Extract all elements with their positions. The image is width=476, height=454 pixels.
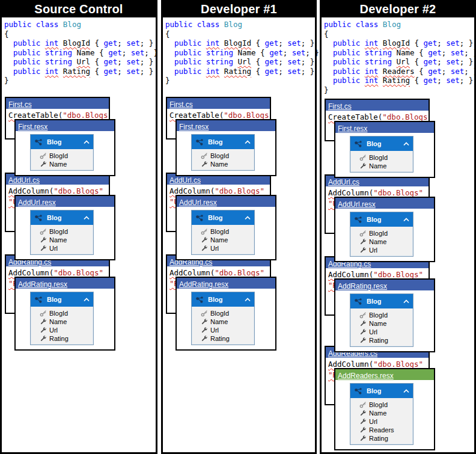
property-row: Name	[31, 160, 93, 168]
chevron-up-icon[interactable]	[245, 216, 251, 220]
entity-property-list: BlogId Name Url Rating	[31, 307, 93, 345]
resx-file-name: AddUrl.resx	[338, 200, 376, 209]
property-label: Rating	[369, 337, 388, 344]
resx-file-body: Blog BlogId Name	[16, 131, 114, 175]
property-label: Rating	[369, 435, 388, 442]
chevron-up-icon[interactable]	[403, 218, 409, 222]
wrench-icon	[201, 327, 208, 334]
resx-file-box: AddUrl.resx	[334, 197, 435, 262]
entity-title: Blog	[367, 298, 403, 305]
property-row: Name	[192, 317, 254, 326]
wrench-icon	[359, 320, 367, 327]
resx-file-box: AddUrl.resx	[175, 195, 276, 260]
wrench-icon	[359, 320, 367, 327]
wrench-icon	[359, 418, 367, 425]
column-source-control: Source Control public class Blog{ public…	[0, 0, 157, 454]
chevron-up-icon[interactable]	[403, 299, 409, 304]
chevron-up-icon[interactable]	[84, 140, 90, 144]
wrench-icon	[40, 335, 47, 342]
property-label: Readers	[369, 426, 394, 434]
resx-file-name: AddRating.resx	[179, 280, 228, 289]
resx-file-header: AddReaders.resx	[335, 369, 434, 380]
wrench-icon	[40, 245, 47, 252]
cs-file-name: AddUrl.cs	[169, 176, 201, 185]
entity-property-list: BlogId Name Url	[192, 225, 254, 254]
key-icon	[201, 228, 208, 235]
property-row: Name	[192, 160, 254, 168]
chevron-up-icon[interactable]	[84, 298, 90, 302]
resx-file-header: AddUrl.resx	[177, 196, 275, 207]
wrench-icon	[40, 236, 47, 244]
key-icon	[40, 228, 47, 235]
entity-property-list: BlogId Name Url Rating	[192, 307, 254, 345]
property-row: BlogId	[31, 227, 93, 236]
wrench-icon	[359, 426, 367, 434]
wrench-icon	[359, 435, 367, 442]
wrench-icon	[40, 161, 47, 168]
entity-title: Blog	[367, 140, 403, 147]
property-row: BlogId	[350, 229, 413, 238]
wrench-icon	[359, 247, 367, 254]
resx-file-header: First.resx	[335, 122, 434, 133]
key-icon	[201, 152, 208, 159]
property-row: BlogId	[192, 152, 254, 160]
resx-file-name: AddRating.resx	[18, 280, 67, 289]
property-row: Url	[31, 326, 93, 334]
resx-file-name: First.resx	[18, 123, 47, 131]
property-label: Url	[49, 245, 58, 252]
property-label: Name	[49, 318, 67, 325]
chevron-up-icon[interactable]	[403, 389, 409, 393]
resx-file-body: Blog BlogId Name	[16, 207, 114, 259]
entity-type-icon	[34, 138, 43, 146]
entity-diagram: Blog BlogId Name	[191, 134, 255, 171]
chevron-up-icon[interactable]	[403, 142, 409, 146]
property-label: Rating	[210, 335, 230, 342]
resx-file-body: Blog BlogId Name	[335, 290, 434, 351]
chevron-up-icon[interactable]	[245, 298, 251, 302]
resx-file-body: Blog BlogId Name	[177, 207, 275, 259]
property-label: Url	[49, 327, 58, 334]
property-row: Rating	[350, 336, 413, 345]
entity-type-icon	[195, 214, 204, 222]
entity-header: Blog	[31, 210, 93, 225]
wrench-icon	[359, 328, 367, 336]
property-row: Url	[31, 244, 93, 253]
property-row: Url	[192, 326, 254, 334]
wrench-icon	[359, 328, 367, 336]
entity-header: Blog	[192, 292, 254, 307]
property-label: BlogId	[49, 152, 68, 159]
resx-file-box: AddRating.resx	[334, 278, 435, 352]
cs-file-header: First.cs	[6, 98, 109, 109]
resx-file-body: Blog BlogId Name	[177, 131, 275, 175]
property-row: BlogId	[31, 152, 93, 160]
property-label: Name	[369, 410, 386, 417]
entity-header: Blog	[350, 137, 413, 151]
resx-file-header: First.resx	[16, 120, 114, 131]
property-row: BlogId	[31, 309, 93, 317]
key-icon	[359, 311, 367, 319]
entity-property-list: BlogId Name Url Rating	[350, 308, 413, 346]
wrench-icon	[40, 161, 47, 168]
property-row: Rating	[350, 434, 413, 443]
wrench-icon	[40, 318, 47, 325]
resx-file-header: First.resx	[177, 120, 275, 131]
property-label: BlogId	[210, 152, 229, 159]
wrench-icon	[359, 418, 367, 425]
entity-title: Blog	[367, 216, 403, 223]
property-label: Name	[369, 238, 386, 245]
wrench-icon	[40, 236, 47, 244]
property-row: Readers	[350, 426, 413, 434]
cs-file-name: First.cs	[8, 100, 32, 109]
wrench-icon	[40, 327, 47, 334]
entity-type-icon	[354, 387, 363, 395]
entity-type-icon	[195, 138, 204, 146]
chevron-up-icon[interactable]	[84, 216, 90, 220]
entity-property-list: BlogId Name	[192, 149, 254, 170]
key-icon	[201, 310, 208, 317]
chevron-up-icon[interactable]	[245, 140, 251, 144]
property-row: Rating	[31, 334, 93, 343]
wrench-icon	[359, 410, 367, 417]
resx-file-name: AddUrl.resx	[179, 198, 217, 207]
resx-file-body: Blog BlogId Name	[335, 209, 434, 261]
key-icon	[201, 228, 208, 235]
